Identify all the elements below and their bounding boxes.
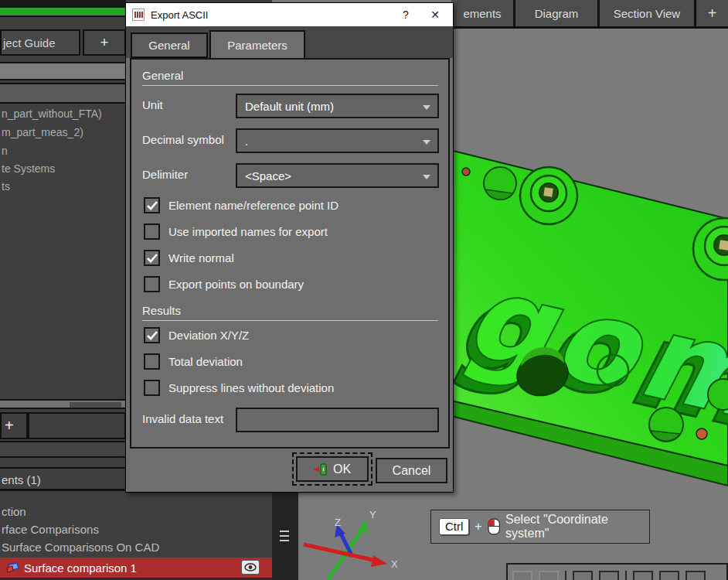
add-panel-tab-button[interactable]: +	[83, 29, 126, 56]
toolbar-button[interactable]	[512, 571, 532, 580]
delimiter-value: <Space>	[245, 169, 291, 183]
tree-item-selected[interactable]: Surface comparison 1	[0, 558, 272, 578]
checkbox-label: Export points on boundary	[168, 278, 304, 291]
export-ascii-dialog: Export ASCII ? ✕ General Parameters Gene…	[125, 2, 454, 493]
decimal-symbol-dropdown[interactable]: .	[236, 128, 439, 153]
toolbar-button[interactable]	[539, 571, 559, 580]
checkbox-deviation-xyz[interactable]: Deviation X/Y/Z	[144, 327, 249, 343]
checkbox-label: Deviation X/Y/Z	[168, 329, 249, 342]
chevron-down-icon	[423, 105, 430, 110]
checkbox-use-imported-names[interactable]: Use imported names for export	[144, 223, 328, 240]
panel-divider-strip	[0, 461, 126, 469]
panel-bottom-tab[interactable]	[28, 412, 126, 439]
mouse-left-click-icon	[488, 517, 500, 536]
progress-bar	[0, 6, 126, 17]
tree-item-surface-comparisons-on-cad[interactable]: Surface Comparisons On CAD	[2, 538, 264, 555]
toolbar-button[interactable]	[659, 571, 679, 580]
horizontal-scrollbar[interactable]	[0, 399, 126, 409]
chevron-down-icon	[423, 175, 430, 179]
tree-item[interactable]: te Systems	[2, 162, 125, 178]
toolbar-button[interactable]	[633, 571, 653, 580]
invalid-data-text-input[interactable]	[236, 408, 439, 432]
hint-tooltip: Ctrl + Select "Coordinate system"	[430, 510, 650, 544]
export-ascii-icon	[132, 9, 145, 21]
panel-divider-strip	[0, 441, 126, 458]
dialog-titlebar[interactable]: Export ASCII ? ✕	[126, 3, 453, 26]
checkbox[interactable]	[144, 250, 160, 266]
checkbox-write-normal[interactable]: Write normal	[144, 250, 234, 266]
checkbox[interactable]	[144, 353, 160, 370]
workspace-tabbar: ements Diagram Section View +	[451, 0, 728, 29]
hint-text: Select "Coordinate system"	[505, 513, 641, 541]
tab-diagram[interactable]: Diagram	[515, 0, 597, 26]
tree-item[interactable]: ction	[2, 503, 264, 520]
checkbox[interactable]	[144, 380, 160, 396]
eye-icon	[244, 563, 257, 571]
checkmark-icon	[147, 201, 158, 210]
checkbox[interactable]	[144, 197, 160, 213]
svg-text:X: X	[391, 558, 398, 570]
checkbox-label: Write normal	[168, 251, 234, 264]
checkbox[interactable]	[144, 327, 160, 343]
checkbox[interactable]	[144, 276, 160, 292]
tree-item[interactable]: m_part_meas_2)	[2, 126, 125, 142]
toolbar-button[interactable]	[573, 571, 593, 580]
unit-dropdown[interactable]: Default unit (mm)	[236, 94, 439, 118]
toolbar-button[interactable]	[599, 571, 619, 580]
checkbox[interactable]	[144, 223, 160, 240]
checkbox-label: Use imported names for export	[168, 225, 328, 238]
scrollbar-thumb[interactable]	[70, 402, 121, 408]
checkbox-element-name[interactable]: Element name/reference point ID	[144, 197, 338, 213]
tab-project-guide[interactable]: ject Guide	[0, 29, 80, 56]
tab-general[interactable]: General	[131, 32, 208, 58]
decimal-symbol-label: Decimal symbol	[142, 133, 224, 146]
cancel-button[interactable]: Cancel	[376, 458, 447, 483]
checkmark-icon	[147, 254, 158, 263]
toolbar-separator	[565, 571, 566, 580]
section-results: Results	[142, 304, 181, 317]
visibility-eye-button[interactable]	[241, 560, 260, 575]
panel-splitter[interactable]	[272, 487, 298, 580]
checkbox-total-deviation[interactable]: Total deviation	[144, 353, 243, 370]
section-underline	[142, 320, 438, 321]
cancel-label: Cancel	[393, 464, 431, 478]
help-button[interactable]: ?	[394, 5, 417, 25]
axes-triad: Z Y X	[304, 509, 398, 580]
svg-text:Z: Z	[335, 517, 341, 528]
panel-header-bar	[0, 83, 126, 104]
decimal-symbol-value: .	[245, 135, 248, 148]
delimiter-dropdown[interactable]: <Space>	[236, 163, 439, 188]
chevron-down-icon	[423, 140, 430, 145]
close-button[interactable]: ✕	[424, 5, 447, 25]
toolbar-button[interactable]	[685, 571, 706, 580]
checkbox-label: Total deviation	[168, 355, 243, 368]
tree-item[interactable]: ts	[2, 180, 125, 196]
tree-item[interactable]: n_part_without_FTA)	[2, 107, 125, 123]
toolbar-separator	[625, 571, 627, 580]
ok-label: OK	[333, 462, 351, 476]
tab-elements[interactable]: ements	[451, 0, 513, 26]
surface-comparison-icon	[6, 561, 20, 574]
invalid-data-text-label: Invalid data text	[142, 412, 223, 425]
view-toolbar	[506, 563, 728, 580]
ok-button[interactable]: OK	[296, 456, 369, 482]
add-workspace-tab-button[interactable]: +	[696, 0, 728, 26]
tab-parameters[interactable]: Parameters	[209, 30, 305, 59]
delimiter-label: Delimiter	[142, 168, 188, 181]
tree-item[interactable]: rface Comparisons	[2, 520, 264, 537]
checkbox-export-points-boundary[interactable]: Export points on boundary	[144, 276, 304, 292]
add-element-button[interactable]: +	[0, 412, 28, 439]
plus-sign: +	[475, 520, 481, 534]
unit-label: Unit	[142, 98, 163, 111]
left-panel-top-bar	[0, 0, 126, 6]
panel-filter-bar[interactable]	[0, 62, 126, 80]
checkbox-suppress-lines[interactable]: Suppress lines without deviation	[144, 380, 334, 396]
parameters-page: General Unit Default unit (mm) Decimal s…	[130, 58, 450, 449]
svg-text:Y: Y	[369, 509, 376, 520]
ok-door-icon	[314, 462, 328, 476]
checkbox-label: Element name/reference point ID	[168, 199, 338, 212]
tree-item[interactable]: n	[2, 145, 125, 160]
dialog-tabstrip: General Parameters	[126, 26, 453, 58]
tab-section-view[interactable]: Section View	[600, 0, 694, 26]
checkmark-icon	[147, 331, 158, 340]
